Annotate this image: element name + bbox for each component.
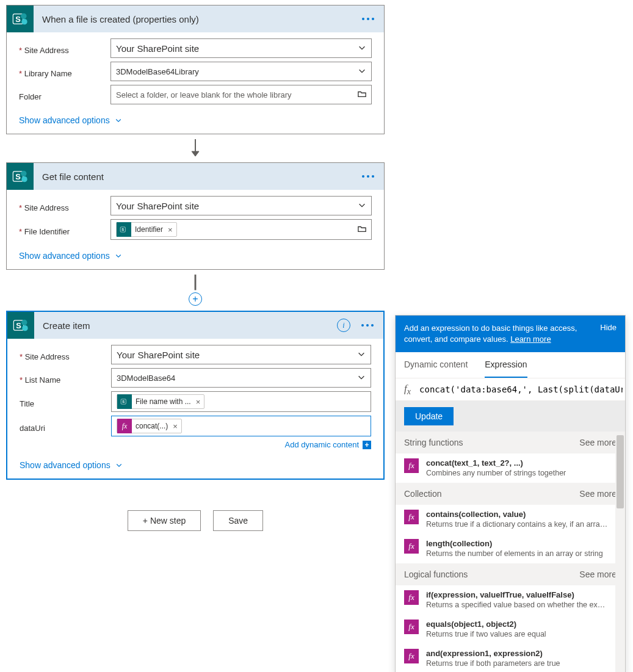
svg-point-15: [22, 325, 27, 331]
section-collection: CollectionSee more: [396, 483, 625, 505]
card-menu-button[interactable]: [360, 173, 377, 180]
svg-text:S: S: [15, 15, 21, 24]
fn-and[interactable]: fx and(expression1, expression2)Returns …: [396, 644, 625, 672]
chevron-down-icon: [358, 201, 366, 211]
site-address-dropdown[interactable]: Your SharePoint site: [110, 196, 372, 215]
fx-icon: fx: [404, 510, 419, 524]
connector-arrow: [6, 273, 385, 293]
fn-concat[interactable]: fx concat(text_1, text_2?, ...)Combines …: [396, 453, 625, 483]
expression-input[interactable]: [419, 382, 623, 397]
fn-length[interactable]: fx length(collection)Returns the number …: [396, 534, 625, 563]
trigger-card[interactable]: S When a file is created (properties onl…: [6, 5, 385, 134]
title-field-label: Title: [20, 396, 111, 408]
card-menu-button[interactable]: [360, 15, 377, 23]
learn-more-link[interactable]: Learn more: [510, 334, 551, 344]
chevron-down-icon: [358, 67, 366, 77]
svg-point-3: [21, 19, 27, 24]
svg-text:S: S: [16, 321, 21, 330]
filename-token[interactable]: S File name with ... ×: [117, 394, 204, 409]
card-title: Create item: [34, 320, 337, 331]
fx-icon: fx: [404, 590, 419, 605]
card-header[interactable]: S Create item i: [7, 312, 383, 339]
list-name-label: List Name: [20, 372, 111, 385]
new-step-button[interactable]: + New step: [128, 510, 201, 531]
expression-panel: Add an expression to do basic things lik…: [395, 315, 626, 672]
identifier-token[interactable]: S Identifier ×: [116, 222, 177, 237]
svg-point-2: [21, 13, 26, 19]
see-more-link[interactable]: See more: [579, 438, 617, 447]
folder-picker-icon[interactable]: [358, 225, 366, 235]
datauri-label: dataUri: [20, 420, 111, 433]
title-field-input[interactable]: S File name with ... ×: [111, 391, 371, 412]
fx-icon: fx: [404, 458, 419, 473]
sharepoint-icon: S: [117, 394, 132, 409]
section-logical-functions: Logical functionsSee more: [396, 563, 625, 585]
file-identifier-label: File Identifier: [19, 223, 110, 236]
remove-token-icon[interactable]: ×: [168, 225, 173, 234]
get-file-content-card[interactable]: S Get file content Site Address Your Sha…: [6, 162, 385, 270]
show-advanced-link[interactable]: Show advanced options: [20, 460, 123, 470]
library-name-dropdown[interactable]: 3DModelBase64Library: [110, 62, 372, 81]
see-more-link[interactable]: See more: [579, 569, 617, 579]
save-button[interactable]: Save: [213, 510, 263, 531]
chevron-down-icon: [357, 373, 366, 383]
sharepoint-icon: S: [7, 5, 34, 32]
scrollbar[interactable]: [615, 435, 625, 672]
remove-token-icon[interactable]: ×: [196, 397, 201, 406]
file-identifier-input[interactable]: S Identifier ×: [110, 219, 372, 240]
connector-arrow: [6, 138, 385, 157]
chevron-down-icon: [115, 461, 123, 469]
svg-point-7: [21, 171, 26, 176]
fn-contains[interactable]: fx contains(collection, value)Returns tr…: [396, 505, 625, 534]
folder-picker-icon[interactable]: [358, 90, 366, 100]
sharepoint-icon: S: [7, 163, 34, 190]
fx-icon: fx: [404, 620, 419, 634]
datauri-input[interactable]: fx concat(...) ×: [111, 416, 371, 436]
card-title: Get file content: [34, 172, 360, 182]
fn-equals[interactable]: fx equals(object1, object2)Returns true …: [396, 615, 625, 644]
chevron-down-icon: [115, 252, 122, 259]
sharepoint-icon: S: [7, 312, 34, 339]
expression-panel-header: Add an expression to do basic things lik…: [396, 316, 625, 352]
see-more-link[interactable]: See more: [579, 489, 617, 499]
update-button[interactable]: Update: [404, 407, 454, 425]
folder-input[interactable]: Select a folder, or leave blank for the …: [110, 85, 372, 104]
concat-expression-token[interactable]: fx concat(...) ×: [117, 419, 182, 433]
fn-if[interactable]: fx if(expression, valueIfTrue, valueIfFa…: [396, 585, 625, 615]
site-address-dropdown[interactable]: Your SharePoint site: [110, 38, 372, 58]
svg-text:S: S: [121, 228, 124, 231]
site-address-label: Site Address: [20, 349, 111, 361]
fx-icon: fx: [404, 383, 411, 397]
fx-icon: fx: [404, 649, 419, 663]
hide-panel-button[interactable]: Hide: [594, 323, 617, 345]
tab-dynamic-content[interactable]: Dynamic content: [404, 352, 468, 378]
show-advanced-link[interactable]: Show advanced options: [19, 251, 122, 261]
show-advanced-link[interactable]: Show advanced options: [19, 115, 122, 125]
add-step-button[interactable]: +: [189, 292, 202, 306]
site-address-label: Site Address: [19, 42, 110, 55]
svg-text:S: S: [15, 172, 21, 181]
chevron-down-icon: [115, 117, 122, 124]
add-dynamic-icon: +: [363, 441, 371, 449]
scrollbar-thumb[interactable]: [617, 435, 624, 508]
create-item-card[interactable]: S Create item i Site Address Your ShareP…: [6, 311, 385, 480]
add-dynamic-content-link[interactable]: Add dynamic content +: [20, 440, 371, 449]
section-string-functions: String functionsSee more: [396, 432, 625, 453]
info-icon[interactable]: i: [337, 319, 350, 332]
card-menu-button[interactable]: [359, 322, 376, 329]
card-title: When a file is created (properties only): [34, 14, 360, 24]
chevron-down-icon: [358, 43, 366, 54]
card-header[interactable]: S When a file is created (properties onl…: [7, 5, 384, 32]
fx-icon: fx: [404, 539, 419, 554]
chevron-down-icon: [357, 350, 366, 360]
site-address-dropdown[interactable]: Your SharePoint site: [111, 345, 371, 364]
sharepoint-icon: S: [117, 222, 131, 237]
library-name-label: Library Name: [19, 65, 110, 78]
card-header[interactable]: S Get file content: [7, 163, 384, 190]
list-name-dropdown[interactable]: 3DModelBase64: [111, 368, 371, 388]
svg-point-14: [21, 320, 27, 325]
remove-token-icon[interactable]: ×: [173, 422, 178, 431]
site-address-label: Site Address: [19, 200, 110, 212]
tab-expression[interactable]: Expression: [485, 352, 527, 378]
fx-icon: fx: [117, 419, 132, 433]
